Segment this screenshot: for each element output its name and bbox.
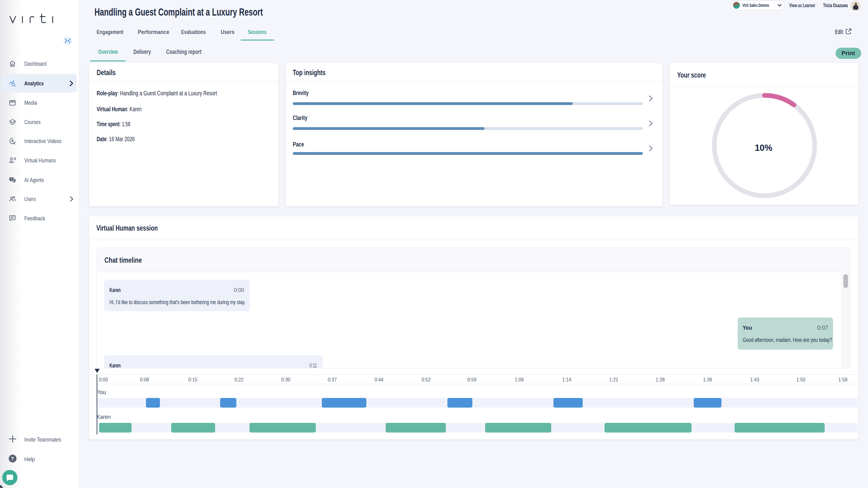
svg-text:?: ? (10, 177, 12, 181)
